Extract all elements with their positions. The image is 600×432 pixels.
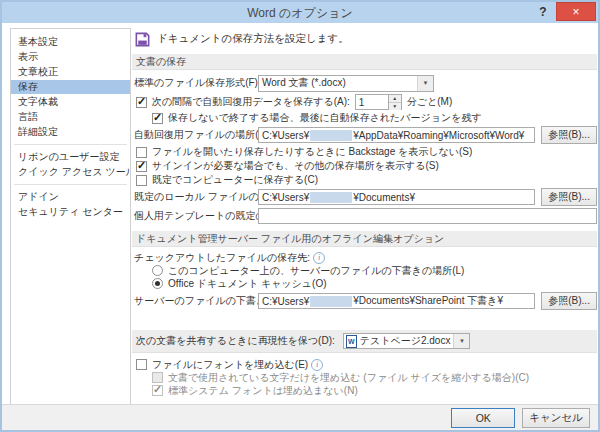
autorecover-row: ✓ 次の間隔で自動回復用データを保存する(A): 1 ▲ ▼ 分ごと(M) [136,93,597,111]
check-icon: ✓ [137,95,146,108]
autorecover-path-label: 自動回復用ファイルの場所(R): [134,128,258,142]
sidebar-item-addins[interactable]: アドイン [11,190,130,204]
spin-up-icon[interactable]: ▲ [389,95,401,103]
checkout-label-row: チェックアウトしたファイルの保存先: i [134,251,597,264]
sidebar-item-save[interactable]: 保存 [11,80,130,94]
help-button[interactable]: ? [534,3,552,21]
sidebar-item-trust-center[interactable]: セキュリティ センター [11,205,130,219]
word-options-dialog: Word のオプション ? × 基本設定 表示 文章校正 保存 文字体裁 言語 … [0,0,600,432]
browse-server-drafts-button[interactable]: 参照(B)... [541,292,597,310]
keep-unsaved-row: ✓ 保存しないで終了する場合、最後に自動保存されたバージョンを残す [152,111,597,125]
redacted-username [310,296,352,307]
embed-used-only-checkbox [152,372,163,383]
sidebar-item-quick-access-toolbar[interactable]: クイック アクセス ツール バー [11,165,130,179]
save-to-computer-label: 既定でコンピューターに保存する(C) [152,173,318,187]
dropdown-arrow-icon[interactable]: ▼ [417,76,433,91]
embed-used-only-label: 文書で使用されている文字だけを埋め込む (ファイル サイズを縮小する場合)(C) [168,371,529,385]
path-suffix: ¥Documents¥SharePoint 下書き¥ [353,294,503,308]
show-places-label: サインインが必要な場合でも、その他の保存場所を表示する(S) [152,159,439,173]
embed-fonts-label: ファイルにフォントを埋め込む(E) [152,358,308,372]
local-path-row: 既定のローカル ファイルの保存場所(I): C:¥Users¥ ¥Documen… [134,188,597,206]
save-options-panel: ドキュメントの保存方法を設定します。 文書の保存 標準のファイル保存形式(F):… [132,26,597,397]
no-backstage-label: ファイルを開いたり保存したりするときに Backstage を表示しない(S) [152,145,472,159]
autorecover-minutes-input[interactable]: 1 [355,94,389,110]
sidebar-item-display[interactable]: 表示 [11,50,130,64]
browse-local-button[interactable]: 参照(B)... [541,188,597,206]
show-places-row: ✓ サインインが必要な場合でも、その他の保存場所を表示する(S) [136,159,597,173]
dropdown-arrow-icon[interactable]: ▼ [453,334,469,348]
autorecover-checkbox[interactable]: ✓ [136,97,147,108]
file-format-value: Word 文書 (*.docx) [259,76,417,90]
autorecover-path-input[interactable]: C:¥Users¥ ¥AppData¥Roaming¥Microsoft¥Wor… [258,127,535,143]
embed-used-only-row: 文書で使用されている文字だけを埋め込む (ファイル サイズを縮小する場合)(C) [152,371,597,384]
sidebar-item-advanced[interactable]: 詳細設定 [11,125,130,139]
show-places-checkbox[interactable]: ✓ [136,161,147,172]
path-prefix: C:¥Users¥ [262,130,309,141]
section-offline-editing: ドキュメント管理サーバー ファイル用のオフライン編集オプション [132,231,597,247]
check-icon: ✓ [153,383,162,396]
path-suffix: ¥Documents¥ [353,192,415,203]
sidebar-divider [14,184,127,185]
redacted-username [310,192,352,203]
dialog-footer: OK キャンセル [2,404,598,430]
server-drafts-radio-label: このコンピューター上の、サーバーのファイルの下書きの場所(L) [168,264,464,278]
panel-header: ドキュメントの保存方法を設定します。 [134,30,597,48]
word-doc-icon: W [346,335,357,348]
path-prefix: C:¥Users¥ [262,296,309,307]
file-format-select[interactable]: Word 文書 (*.docx) ▼ [258,75,434,92]
checkout-label: チェックアウトしたファイルの保存先: [134,251,310,265]
spin-down-icon[interactable]: ▼ [389,103,401,110]
fidelity-doc-select[interactable]: W テストページ2.docx ▼ [343,333,471,349]
sidebar-divider [14,144,127,145]
sidebar-item-language[interactable]: 言語 [11,110,130,124]
no-backstage-checkbox[interactable] [136,147,147,158]
close-button[interactable]: × [556,2,596,21]
cancel-button[interactable]: キャンセル [522,408,590,428]
fidelity-label: 次の文書を共有するときに再現性を保つ(D): [136,334,335,348]
path-suffix: ¥AppData¥Roaming¥Microsoft¥Word¥ [353,130,524,141]
embed-fonts-checkbox[interactable] [136,359,147,370]
file-format-label: 標準のファイル保存形式(F): [134,76,258,90]
save-to-computer-row: 既定でコンピューターに保存する(C) [136,173,597,187]
server-drafts-path-input[interactable]: C:¥Users¥ ¥Documents¥SharePoint 下書き¥ [258,293,535,309]
sidebar-item-typography[interactable]: 文字体裁 [11,95,130,109]
server-drafts-path-label: サーバーのファイルの下書きの場所(V): [134,294,258,308]
template-path-input[interactable] [258,208,597,224]
path-prefix: C:¥Users¥ [262,192,309,203]
template-path-label: 個人用テンプレートの既定の場所(T): [134,209,258,223]
check-icon: ✓ [137,159,146,172]
minutes-spinner[interactable]: ▲ ▼ [389,94,402,110]
autorecover-suffix-label: 分ごと(M) [407,95,452,109]
autorecover-path-row: 自動回復用ファイルの場所(R): C:¥Users¥ ¥AppData¥Roam… [134,126,597,144]
local-path-input[interactable]: C:¥Users¥ ¥Documents¥ [258,189,535,205]
sidebar-item-proofing[interactable]: 文章校正 [11,65,130,79]
sidebar-item-customize-ribbon[interactable]: リボンのユーザー設定 [11,150,130,164]
no-system-fonts-row: ✓ 標準システム フォントは埋め込まない(N) [152,384,597,397]
no-system-fonts-label: 標準システム フォントは埋め込まない(N) [168,384,358,398]
server-drafts-radio-row: このコンピューター上の、サーバーのファイルの下書きの場所(L) [152,264,597,277]
office-cache-radio-row: Office ドキュメント キャッシュ(O) [152,277,597,290]
server-drafts-radio[interactable] [152,265,163,276]
sidebar-item-general[interactable]: 基本設定 [11,35,130,49]
keep-unsaved-label: 保存しないで終了する場合、最後に自動保存されたバージョンを残す [168,111,482,125]
dialog-title: Word のオプション [2,5,598,22]
title-bar: Word のオプション ? × [2,2,598,23]
fidelity-doc-value: テストページ2.docx [360,334,451,348]
template-path-row: 個人用テンプレートの既定の場所(T): [134,207,597,225]
office-cache-radio[interactable] [152,278,163,289]
no-system-fonts-checkbox: ✓ [152,385,163,396]
office-cache-radio-label: Office ドキュメント キャッシュ(O) [168,277,327,291]
redacted-username [310,130,352,141]
browse-autorecover-button[interactable]: 参照(B)... [541,126,597,144]
local-path-label: 既定のローカル ファイルの保存場所(I): [134,190,258,204]
info-icon[interactable]: i [313,252,325,264]
save-to-computer-checkbox[interactable] [136,175,147,186]
embed-fonts-row: ファイルにフォントを埋め込む(E) i [136,358,597,371]
info-icon[interactable]: i [311,359,323,371]
options-nav-sidebar: 基本設定 表示 文章校正 保存 文字体裁 言語 詳細設定 リボンのユーザー設定 … [10,28,131,405]
keep-unsaved-checkbox[interactable]: ✓ [152,113,163,124]
section-fidelity: 次の文書を共有するときに再現性を保つ(D): W テストページ2.docx ▼ [132,330,597,353]
ok-button[interactable]: OK [451,408,515,428]
server-drafts-path-row: サーバーのファイルの下書きの場所(V): C:¥Users¥ ¥Document… [134,292,597,310]
panel-description: ドキュメントの保存方法を設定します。 [157,32,349,46]
